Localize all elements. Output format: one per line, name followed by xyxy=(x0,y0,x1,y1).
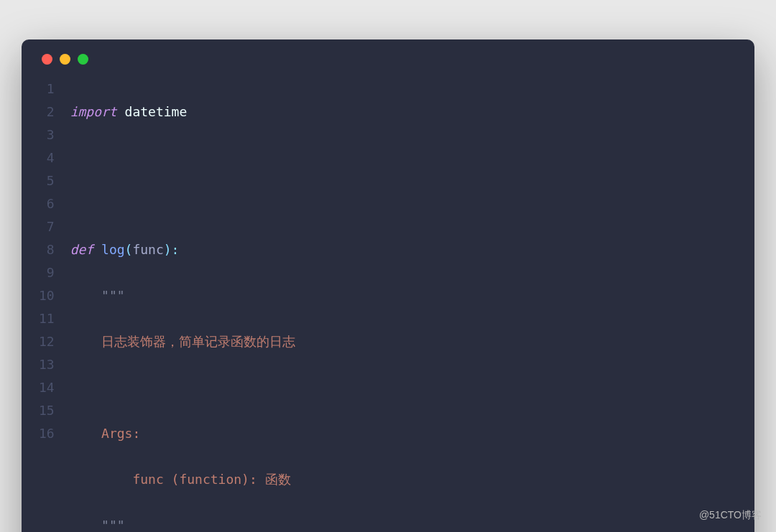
maximize-icon[interactable] xyxy=(78,54,88,65)
code-content[interactable]: import datetime def log(func): """ 日志装饰器… xyxy=(70,78,577,532)
line-number: 10 xyxy=(39,284,55,307)
code-line: import datetime xyxy=(70,101,577,123)
keyword-import: import xyxy=(70,104,117,119)
docstring-text: 日志装饰器，简单记录函数的日志 xyxy=(101,334,295,349)
keyword-def: def xyxy=(70,242,94,257)
line-number: 1 xyxy=(39,78,55,101)
line-number: 5 xyxy=(39,169,55,192)
window-controls xyxy=(39,54,737,65)
line-number: 8 xyxy=(39,238,55,261)
line-number: 13 xyxy=(39,353,55,376)
code-area: 1 2 3 4 5 6 7 8 9 10 11 12 13 14 15 16 i… xyxy=(39,78,737,532)
line-number: 2 xyxy=(39,101,55,123)
func-name: log xyxy=(101,242,125,257)
line-number: 12 xyxy=(39,330,55,353)
code-line xyxy=(70,146,577,169)
line-number: 11 xyxy=(39,307,55,330)
minimize-icon[interactable] xyxy=(60,54,70,65)
paren: ( xyxy=(125,242,133,257)
line-number: 9 xyxy=(39,261,55,284)
line-number: 3 xyxy=(39,123,55,146)
line-number: 7 xyxy=(39,215,55,238)
watermark-text: @51CTO博客 xyxy=(699,509,762,522)
docstring-quote: """ xyxy=(101,288,125,303)
docstring-text: Args: xyxy=(101,426,140,441)
line-number-gutter: 1 2 3 4 5 6 7 8 9 10 11 12 13 14 15 16 xyxy=(39,78,70,532)
code-editor-window: 1 2 3 4 5 6 7 8 9 10 11 12 13 14 15 16 i… xyxy=(22,39,754,532)
line-number: 6 xyxy=(39,192,55,215)
code-line: """ xyxy=(70,284,577,307)
module-name: datetime xyxy=(125,104,188,119)
line-number: 14 xyxy=(39,376,55,399)
code-line xyxy=(70,192,577,215)
docstring-quote: """ xyxy=(101,518,125,532)
line-number: 16 xyxy=(39,422,55,445)
code-line: func (function): 函数 xyxy=(70,468,577,491)
colon: : xyxy=(172,242,180,257)
code-line: def log(func): xyxy=(70,238,577,261)
docstring-text: func (function): 函数 xyxy=(132,472,290,487)
close-icon[interactable] xyxy=(42,54,52,65)
code-line: """ xyxy=(70,514,577,532)
paren: ) xyxy=(164,242,172,257)
code-line: Args: xyxy=(70,422,577,445)
line-number: 15 xyxy=(39,399,55,422)
code-line: 日志装饰器，简单记录函数的日志 xyxy=(70,330,577,353)
code-line xyxy=(70,376,577,399)
line-number: 4 xyxy=(39,146,55,169)
param: func xyxy=(132,242,163,257)
